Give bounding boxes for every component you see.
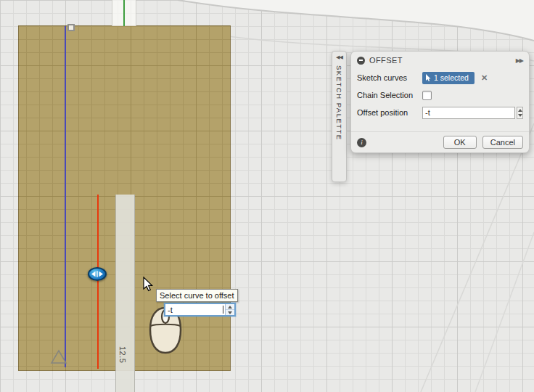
- spin-down-button[interactable]: [226, 310, 234, 315]
- mouse-cursor: [143, 277, 154, 292]
- offset-position-spinner[interactable]: [517, 107, 523, 119]
- sketch-palette-panel: ◀◀ SKETCH PALETTE: [332, 51, 347, 182]
- dimension-label[interactable]: 12.5: [118, 346, 127, 363]
- offset-position-label: Offset position: [357, 108, 422, 117]
- selection-count: 1 selected: [434, 73, 469, 82]
- ok-button[interactable]: OK: [443, 136, 477, 149]
- clear-selection-button[interactable]: ✕: [481, 73, 488, 83]
- offset-arrows-icon: [89, 269, 105, 279]
- arrow-down-icon: [228, 311, 232, 314]
- sketch-canvas[interactable]: 12.5 Select curve to offset -t ◀◀ SKETCH…: [0, 0, 534, 392]
- triangle-constraint-marker: [50, 349, 67, 364]
- offset-position-input[interactable]: [422, 107, 515, 119]
- offset-dialog: OFFSET ▶▶ Sketch curves 1 selected ✕ Cha…: [350, 51, 530, 153]
- sketch-curves-row: Sketch curves 1 selected ✕: [351, 69, 529, 86]
- chain-selection-label: Chain Selection: [357, 91, 422, 99]
- offset-value-inline-input[interactable]: -t: [164, 303, 236, 317]
- dialog-title: OFFSET: [369, 56, 403, 65]
- chain-selection-row: Chain Selection: [351, 86, 529, 104]
- info-icon[interactable]: i: [357, 138, 366, 147]
- dialog-collapse-button[interactable]: ▶▶: [516, 57, 523, 64]
- offset-position-row: Offset position: [351, 104, 529, 121]
- inline-input-spinner[interactable]: [225, 304, 234, 315]
- chain-selection-checkbox[interactable]: [422, 91, 432, 100]
- construction-line-green[interactable]: [123, 0, 125, 26]
- arrow-up-icon: [518, 109, 522, 112]
- cursor-icon: [425, 74, 431, 82]
- dialog-header[interactable]: OFFSET ▶▶: [351, 52, 529, 69]
- offset-dialog-icon: [357, 57, 365, 65]
- dialog-footer: i OK Cancel: [351, 131, 529, 152]
- offset-tooltip: Select curve to offset: [156, 289, 238, 302]
- arrow-up-icon: [228, 306, 232, 309]
- sketch-curves-label: Sketch curves: [357, 73, 422, 82]
- selected-curve-red[interactable]: [97, 195, 99, 369]
- offset-drag-handle[interactable]: [88, 267, 107, 281]
- spin-up-button[interactable]: [226, 304, 234, 310]
- palette-collapse-button[interactable]: ◀◀: [336, 54, 342, 60]
- palette-title: SKETCH PALETTE: [335, 65, 343, 141]
- sketch-curves-selection-chip[interactable]: 1 selected: [422, 72, 475, 84]
- corner-marker: [67, 24, 75, 31]
- cancel-button[interactable]: Cancel: [482, 136, 523, 149]
- sketch-line-blue[interactable]: [65, 26, 66, 367]
- text-caret: [223, 306, 223, 314]
- arrow-down-icon: [518, 114, 522, 117]
- inline-input-value: -t: [165, 304, 223, 315]
